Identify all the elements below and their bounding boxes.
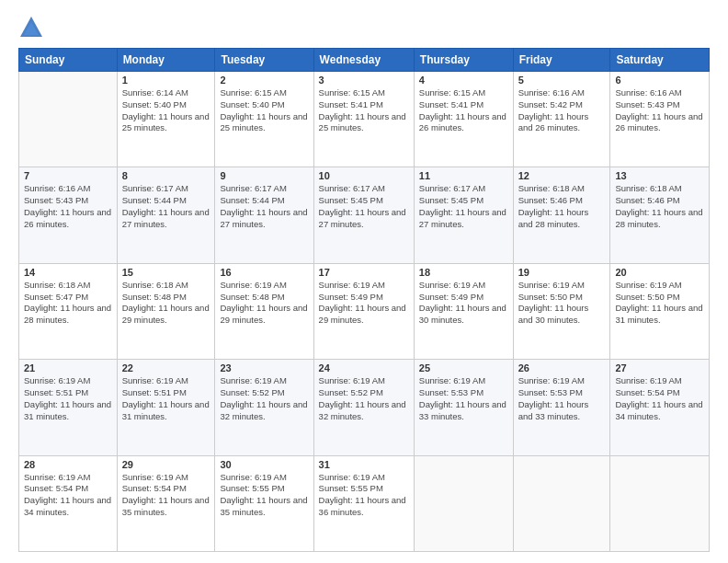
- day-info: Sunrise: 6:19 AM Sunset: 5:51 PM Dayligh…: [24, 375, 112, 422]
- day-number: 30: [220, 459, 308, 470]
- day-info: Sunrise: 6:19 AM Sunset: 5:52 PM Dayligh…: [319, 375, 409, 422]
- day-number: 8: [122, 170, 210, 181]
- header-row: SundayMondayTuesdayWednesdayThursdayFrid…: [19, 49, 710, 72]
- day-info: Sunrise: 6:19 AM Sunset: 5:55 PM Dayligh…: [220, 472, 308, 519]
- day-info: Sunrise: 6:16 AM Sunset: 5:43 PM Dayligh…: [24, 183, 112, 230]
- day-cell: 11Sunrise: 6:17 AM Sunset: 5:45 PM Dayli…: [414, 167, 513, 263]
- day-info: Sunrise: 6:15 AM Sunset: 5:40 PM Dayligh…: [220, 87, 308, 134]
- day-info: Sunrise: 6:15 AM Sunset: 5:41 PM Dayligh…: [419, 87, 508, 134]
- day-info: Sunrise: 6:15 AM Sunset: 5:41 PM Dayligh…: [319, 87, 409, 134]
- calendar-table: SundayMondayTuesdayWednesdayThursdayFrid…: [18, 48, 710, 552]
- day-info: Sunrise: 6:18 AM Sunset: 5:46 PM Dayligh…: [518, 183, 606, 230]
- day-info: Sunrise: 6:19 AM Sunset: 5:53 PM Dayligh…: [419, 375, 508, 422]
- day-number: 31: [319, 459, 409, 470]
- day-cell: 22Sunrise: 6:19 AM Sunset: 5:51 PM Dayli…: [117, 360, 215, 455]
- day-info: Sunrise: 6:19 AM Sunset: 5:50 PM Dayligh…: [615, 280, 704, 327]
- header-cell-monday: Monday: [117, 49, 215, 72]
- day-number: 20: [615, 267, 704, 278]
- day-number: 4: [419, 75, 508, 86]
- day-info: Sunrise: 6:18 AM Sunset: 5:46 PM Dayligh…: [615, 183, 704, 230]
- day-number: 2: [220, 75, 308, 86]
- header-cell-thursday: Thursday: [414, 49, 513, 72]
- day-number: 11: [419, 170, 508, 181]
- day-number: 12: [518, 170, 606, 181]
- day-cell: 7Sunrise: 6:16 AM Sunset: 5:43 PM Daylig…: [19, 167, 118, 263]
- day-number: 25: [419, 362, 508, 373]
- day-number: 28: [24, 459, 112, 470]
- day-cell: 30Sunrise: 6:19 AM Sunset: 5:55 PM Dayli…: [215, 455, 313, 551]
- day-number: 10: [319, 170, 409, 181]
- header-cell-wednesday: Wednesday: [313, 49, 414, 72]
- day-cell: [513, 455, 610, 551]
- day-cell: 19Sunrise: 6:19 AM Sunset: 5:50 PM Dayli…: [513, 263, 610, 359]
- day-cell: 1Sunrise: 6:14 AM Sunset: 5:40 PM Daylig…: [117, 72, 215, 167]
- logo-icon: [18, 15, 44, 40]
- header-cell-friday: Friday: [513, 49, 610, 72]
- week-row-4: 28Sunrise: 6:19 AM Sunset: 5:54 PM Dayli…: [19, 455, 710, 551]
- week-row-2: 14Sunrise: 6:18 AM Sunset: 5:47 PM Dayli…: [19, 263, 710, 359]
- day-info: Sunrise: 6:17 AM Sunset: 5:44 PM Dayligh…: [122, 183, 210, 230]
- logo: [18, 15, 48, 40]
- day-cell: 6Sunrise: 6:16 AM Sunset: 5:43 PM Daylig…: [610, 72, 710, 167]
- day-info: Sunrise: 6:19 AM Sunset: 5:53 PM Dayligh…: [518, 375, 606, 422]
- day-info: Sunrise: 6:19 AM Sunset: 5:54 PM Dayligh…: [122, 472, 210, 519]
- day-info: Sunrise: 6:19 AM Sunset: 5:54 PM Dayligh…: [24, 472, 112, 519]
- day-info: Sunrise: 6:19 AM Sunset: 5:51 PM Dayligh…: [122, 375, 210, 422]
- week-row-3: 21Sunrise: 6:19 AM Sunset: 5:51 PM Dayli…: [19, 360, 710, 455]
- day-number: 23: [220, 362, 308, 373]
- day-cell: 2Sunrise: 6:15 AM Sunset: 5:40 PM Daylig…: [215, 72, 313, 167]
- day-cell: [610, 455, 710, 551]
- day-cell: 31Sunrise: 6:19 AM Sunset: 5:55 PM Dayli…: [313, 455, 414, 551]
- day-info: Sunrise: 6:19 AM Sunset: 5:50 PM Dayligh…: [518, 280, 606, 327]
- day-cell: 5Sunrise: 6:16 AM Sunset: 5:42 PM Daylig…: [513, 72, 610, 167]
- day-number: 21: [24, 362, 112, 373]
- day-number: 3: [319, 75, 409, 86]
- day-cell: 4Sunrise: 6:15 AM Sunset: 5:41 PM Daylig…: [414, 72, 513, 167]
- day-number: 29: [122, 459, 210, 470]
- day-number: 18: [419, 267, 508, 278]
- day-info: Sunrise: 6:16 AM Sunset: 5:43 PM Dayligh…: [615, 87, 704, 134]
- day-cell: 23Sunrise: 6:19 AM Sunset: 5:52 PM Dayli…: [215, 360, 313, 455]
- day-cell: 8Sunrise: 6:17 AM Sunset: 5:44 PM Daylig…: [117, 167, 215, 263]
- header-cell-saturday: Saturday: [610, 49, 710, 72]
- day-info: Sunrise: 6:16 AM Sunset: 5:42 PM Dayligh…: [518, 87, 606, 134]
- header-cell-tuesday: Tuesday: [215, 49, 313, 72]
- day-cell: 21Sunrise: 6:19 AM Sunset: 5:51 PM Dayli…: [19, 360, 118, 455]
- day-cell: 28Sunrise: 6:19 AM Sunset: 5:54 PM Dayli…: [19, 455, 118, 551]
- day-cell: 3Sunrise: 6:15 AM Sunset: 5:41 PM Daylig…: [313, 72, 414, 167]
- day-number: 13: [615, 170, 704, 181]
- day-cell: [414, 455, 513, 551]
- day-number: 14: [24, 267, 112, 278]
- day-number: 19: [518, 267, 606, 278]
- day-info: Sunrise: 6:19 AM Sunset: 5:49 PM Dayligh…: [319, 280, 409, 327]
- day-number: 24: [319, 362, 409, 373]
- day-info: Sunrise: 6:17 AM Sunset: 5:45 PM Dayligh…: [319, 183, 409, 230]
- day-info: Sunrise: 6:19 AM Sunset: 5:52 PM Dayligh…: [220, 375, 308, 422]
- week-row-0: 1Sunrise: 6:14 AM Sunset: 5:40 PM Daylig…: [19, 72, 710, 167]
- day-info: Sunrise: 6:17 AM Sunset: 5:45 PM Dayligh…: [419, 183, 508, 230]
- day-cell: 27Sunrise: 6:19 AM Sunset: 5:54 PM Dayli…: [610, 360, 710, 455]
- day-cell: 14Sunrise: 6:18 AM Sunset: 5:47 PM Dayli…: [19, 263, 118, 359]
- day-info: Sunrise: 6:19 AM Sunset: 5:48 PM Dayligh…: [220, 280, 308, 327]
- day-cell: 17Sunrise: 6:19 AM Sunset: 5:49 PM Dayli…: [313, 263, 414, 359]
- week-row-1: 7Sunrise: 6:16 AM Sunset: 5:43 PM Daylig…: [19, 167, 710, 263]
- day-cell: 9Sunrise: 6:17 AM Sunset: 5:44 PM Daylig…: [215, 167, 313, 263]
- day-number: 26: [518, 362, 606, 373]
- day-cell: 15Sunrise: 6:18 AM Sunset: 5:48 PM Dayli…: [117, 263, 215, 359]
- day-cell: 12Sunrise: 6:18 AM Sunset: 5:46 PM Dayli…: [513, 167, 610, 263]
- day-cell: 29Sunrise: 6:19 AM Sunset: 5:54 PM Dayli…: [117, 455, 215, 551]
- day-info: Sunrise: 6:18 AM Sunset: 5:48 PM Dayligh…: [122, 280, 210, 327]
- day-number: 9: [220, 170, 308, 181]
- day-number: 27: [615, 362, 704, 373]
- day-number: 5: [518, 75, 606, 86]
- day-info: Sunrise: 6:19 AM Sunset: 5:54 PM Dayligh…: [615, 375, 704, 422]
- day-cell: 10Sunrise: 6:17 AM Sunset: 5:45 PM Dayli…: [313, 167, 414, 263]
- day-info: Sunrise: 6:19 AM Sunset: 5:49 PM Dayligh…: [419, 280, 508, 327]
- day-number: 1: [122, 75, 210, 86]
- day-cell: 16Sunrise: 6:19 AM Sunset: 5:48 PM Dayli…: [215, 263, 313, 359]
- day-number: 16: [220, 267, 308, 278]
- day-number: 17: [319, 267, 409, 278]
- header-cell-sunday: Sunday: [19, 49, 118, 72]
- day-info: Sunrise: 6:19 AM Sunset: 5:55 PM Dayligh…: [319, 472, 409, 519]
- day-number: 15: [122, 267, 210, 278]
